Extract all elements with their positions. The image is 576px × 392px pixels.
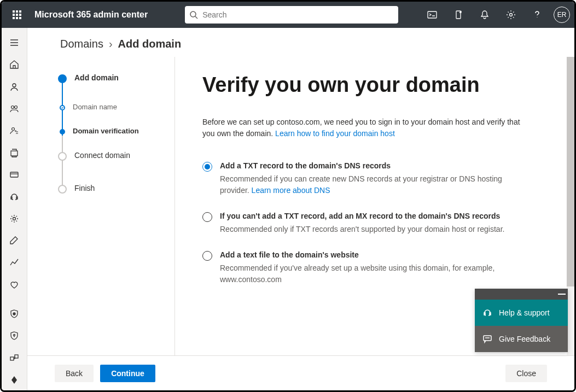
settings-icon[interactable] xyxy=(499,2,523,28)
nav-users-icon[interactable] xyxy=(3,76,25,97)
nav-compliance-icon[interactable] xyxy=(3,325,25,346)
option-title: Add a TXT record to the domain's DNS rec… xyxy=(220,161,531,170)
intro-link[interactable]: Learn how to find your domain host xyxy=(275,129,395,138)
step-add-domain: Add domain xyxy=(58,73,174,103)
wizard-steps: Add domain Domain name Domain verificati… xyxy=(27,57,175,390)
svg-point-28 xyxy=(14,335,15,336)
nav-roles-icon[interactable] xyxy=(3,120,25,141)
svg-rect-0 xyxy=(13,10,15,13)
footer-bar: Back Continue Close xyxy=(27,355,574,390)
nav-teams-icon[interactable] xyxy=(3,98,25,119)
svg-rect-1 xyxy=(16,10,18,13)
help-icon[interactable] xyxy=(525,2,549,28)
svg-point-9 xyxy=(190,11,196,17)
app-title: Microsoft 365 admin center xyxy=(32,10,154,20)
option-txt-record: Add a TXT record to the domain's DNS rec… xyxy=(202,161,531,196)
option-mx-record: If you can't add a TXT record, add an MX… xyxy=(202,212,531,235)
svg-rect-21 xyxy=(11,151,18,156)
radio-mx-record[interactable] xyxy=(202,212,212,222)
svg-point-13 xyxy=(510,14,513,16)
minimize-icon[interactable] xyxy=(558,294,566,295)
step-domain-verification: Domain verification xyxy=(58,127,174,151)
nav-billing-icon[interactable] xyxy=(3,164,25,185)
step-connect-domain: Connect domain xyxy=(58,151,174,184)
nav-endpoint-icon[interactable] xyxy=(3,348,25,368)
radio-txt-record[interactable] xyxy=(202,162,212,172)
radio-text-file[interactable] xyxy=(202,251,212,261)
left-nav xyxy=(2,28,27,390)
option-title: Add a text file to the domain's website xyxy=(220,250,531,259)
nav-gear-icon[interactable] xyxy=(3,208,25,229)
svg-rect-29 xyxy=(10,357,14,360)
step-finish: Finish xyxy=(58,184,174,213)
nav-setup-icon[interactable] xyxy=(3,230,25,251)
svg-rect-6 xyxy=(13,17,15,19)
breadcrumb: Domains › Add domain xyxy=(27,28,574,57)
content-area: Domains › Add domain Add domain Domain n… xyxy=(27,28,574,390)
nav-support-icon[interactable] xyxy=(3,186,25,207)
scrollbar[interactable] xyxy=(567,57,574,390)
svg-point-26 xyxy=(13,217,16,220)
option-desc: Recommended if you can create new DNS re… xyxy=(220,173,531,196)
top-bar: Microsoft 365 admin center ER xyxy=(2,2,574,28)
avatar[interactable]: ER xyxy=(554,7,570,23)
close-button[interactable]: Close xyxy=(505,365,547,382)
svg-line-10 xyxy=(195,16,197,19)
intro-text: Before we can set up contoso.com, we nee… xyxy=(202,116,531,139)
shell-icon[interactable] xyxy=(420,2,444,28)
svg-rect-11 xyxy=(428,11,437,18)
svg-point-18 xyxy=(11,106,14,108)
nav-resources-icon[interactable] xyxy=(3,142,25,163)
breadcrumb-current: Add domain xyxy=(118,38,182,50)
step-domain-name: Domain name xyxy=(58,103,174,127)
breadcrumb-parent[interactable]: Domains xyxy=(60,38,103,50)
svg-rect-8 xyxy=(19,17,21,19)
nav-home-icon[interactable] xyxy=(3,54,25,75)
svg-rect-5 xyxy=(19,14,21,16)
continue-button[interactable]: Continue xyxy=(100,365,155,382)
nav-security-icon[interactable] xyxy=(3,303,25,324)
nav-reports-icon[interactable] xyxy=(3,252,25,273)
option-desc: Recommended only if TXT records aren't s… xyxy=(220,224,504,235)
svg-point-19 xyxy=(15,106,18,108)
feedback-icon xyxy=(482,334,492,344)
nav-azure-icon[interactable] xyxy=(3,370,25,390)
help-panel-header xyxy=(475,289,568,300)
option-text-file: Add a text file to the domain's website … xyxy=(202,250,531,285)
dns-link[interactable]: Learn more about DNS xyxy=(252,186,330,195)
help-panel: Help & support Give Feedback xyxy=(475,289,568,352)
chevron-right-icon: › xyxy=(109,38,113,50)
nav-menu-icon[interactable] xyxy=(3,32,25,53)
top-right-icons: ER xyxy=(420,2,570,28)
svg-rect-4 xyxy=(16,14,18,16)
app-launcher-icon[interactable] xyxy=(6,4,28,26)
page-heading: Verify you own your domain xyxy=(202,73,542,97)
option-title: If you can't add a TXT record, add an MX… xyxy=(220,212,504,220)
give-feedback-button[interactable]: Give Feedback xyxy=(475,326,568,352)
notifications-icon[interactable] xyxy=(473,2,497,28)
svg-rect-2 xyxy=(19,10,21,13)
svg-rect-22 xyxy=(10,172,18,177)
option-desc: Recommended if you've already set up a w… xyxy=(220,262,531,285)
search-input[interactable] xyxy=(202,10,394,19)
nav-health-icon[interactable] xyxy=(3,274,25,295)
help-support-button[interactable]: Help & support xyxy=(475,300,568,326)
svg-rect-3 xyxy=(13,14,15,16)
search-icon xyxy=(189,10,198,19)
svg-rect-30 xyxy=(15,355,18,358)
back-button[interactable]: Back xyxy=(55,365,94,382)
headset-icon xyxy=(482,308,492,318)
search-box[interactable] xyxy=(185,6,398,24)
svg-point-20 xyxy=(12,127,15,130)
svg-point-17 xyxy=(13,84,16,87)
svg-point-27 xyxy=(13,313,15,315)
svg-rect-7 xyxy=(16,17,18,19)
mobile-icon[interactable] xyxy=(446,2,470,28)
search-container xyxy=(185,6,398,24)
